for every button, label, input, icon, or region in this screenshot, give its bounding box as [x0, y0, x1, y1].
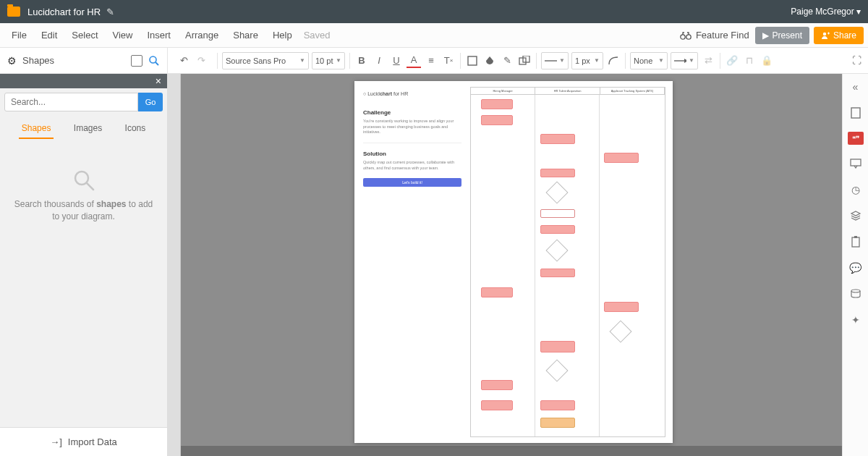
menu-bar: File Edit Select View Insert Arrange Sha… — [0, 23, 868, 48]
search-go-button[interactable]: Go — [138, 93, 163, 111]
flow-box[interactable] — [540, 169, 575, 177]
bold-icon[interactable]: B — [354, 54, 369, 68]
magnet-icon[interactable]: ⊓ — [742, 54, 757, 68]
menu-insert[interactable]: Insert — [140, 30, 178, 41]
title-bar: Lucidchart for HR ✎ Paige McGregor ▾ — [0, 0, 868, 23]
data-icon[interactable] — [848, 287, 863, 301]
text-color-icon[interactable]: A — [407, 54, 421, 68]
cta-button[interactable]: Let's build it! — [363, 178, 461, 187]
document-page[interactable]: ○ Lucidchart for HR Challenge You're con… — [354, 81, 673, 443]
import-data-button[interactable]: →] Import Data — [0, 427, 167, 456]
panel-close-button[interactable]: × — [0, 74, 167, 88]
flow-box[interactable] — [540, 418, 575, 428]
rename-icon[interactable]: ✎ — [106, 7, 114, 17]
present-icon[interactable] — [848, 156, 863, 171]
close-icon: × — [156, 75, 161, 87]
svg-rect-12 — [851, 108, 860, 118]
flow-box[interactable] — [540, 225, 575, 234]
menu-view[interactable]: View — [106, 30, 140, 41]
flow-box[interactable] — [604, 302, 639, 312]
menu-edit[interactable]: Edit — [34, 30, 64, 41]
shape-options-icon[interactable] — [517, 54, 532, 68]
tab-images[interactable]: Images — [71, 119, 105, 139]
clear-format-icon[interactable]: T× — [441, 54, 456, 68]
swap-arrows-icon[interactable]: ⇄ — [701, 54, 715, 68]
flow-box[interactable] — [481, 380, 513, 390]
menu-share[interactable]: Share — [226, 30, 265, 41]
heading-solution: Solution — [363, 151, 461, 157]
flow-box[interactable] — [481, 99, 513, 109]
flow-box[interactable] — [540, 209, 575, 218]
menu-select[interactable]: Select — [64, 30, 105, 41]
italic-icon[interactable]: I — [372, 54, 386, 68]
flow-box[interactable] — [540, 341, 575, 352]
clipboard-icon[interactable] — [848, 235, 863, 249]
folder-icon[interactable] — [7, 7, 20, 17]
tab-icons[interactable]: Icons — [122, 119, 149, 139]
swimlane-flowchart[interactable]: Hiring Manager HR Talent Acquisition App… — [470, 87, 665, 437]
flow-box[interactable] — [481, 400, 513, 410]
flow-box[interactable] — [540, 400, 575, 410]
feature-find-button[interactable]: Feature Find — [680, 30, 749, 41]
undo-icon[interactable]: ↶ — [176, 54, 191, 68]
svg-rect-15 — [854, 236, 857, 238]
font-family-select[interactable]: Source Sans Pro▼ — [222, 52, 309, 69]
collapse-dock-icon[interactable]: « — [848, 80, 863, 94]
fullscreen-icon[interactable]: ⛶ — [849, 54, 864, 68]
tab-shapes[interactable]: Shapes — [19, 119, 54, 139]
redo-icon[interactable]: ↷ — [194, 54, 208, 68]
magnifier-icon — [72, 168, 96, 193]
arrow-end-select[interactable]: ▼ — [671, 52, 698, 69]
svg-rect-14 — [852, 237, 859, 247]
svg-line-4 — [156, 62, 158, 65]
flow-box[interactable] — [481, 115, 513, 125]
shape-search-input[interactable] — [4, 93, 138, 111]
fill-color-icon[interactable] — [482, 54, 497, 68]
line-type-icon[interactable] — [606, 54, 621, 68]
canvas-wrap: ○ Lucidchart for HR Challenge You're con… — [168, 74, 842, 456]
share-button[interactable]: Share — [814, 27, 864, 44]
text-challenge: You're constantly working to improve and… — [363, 119, 461, 135]
align-icon[interactable]: ≡ — [424, 54, 438, 68]
flow-box[interactable] — [481, 287, 513, 297]
line-style-select[interactable]: ▼ — [541, 52, 569, 69]
binoculars-icon — [680, 31, 692, 40]
svg-point-3 — [150, 56, 156, 63]
flow-box[interactable] — [540, 134, 575, 144]
menu-help[interactable]: Help — [265, 30, 299, 41]
svg-point-16 — [851, 290, 860, 292]
fill-shape-icon[interactable] — [465, 54, 480, 68]
right-dock: « ❝❞ ◷ 💬 ✦ — [842, 74, 868, 456]
search-shape-icon[interactable] — [148, 55, 160, 67]
canvas[interactable]: ○ Lucidchart for HR Challenge You're con… — [181, 74, 842, 456]
chat-icon[interactable]: 💬 — [848, 261, 863, 275]
menu-file[interactable]: File — [4, 30, 34, 41]
image-shape-icon[interactable] — [131, 55, 142, 67]
flow-box[interactable] — [604, 153, 639, 163]
svg-point-0 — [681, 34, 685, 38]
line-width-select[interactable]: 1 px▼ — [571, 52, 603, 69]
shapes-label: Shapes — [22, 55, 125, 66]
comment-icon[interactable]: ❝❞ — [848, 132, 864, 145]
gear-icon[interactable]: ⚙ — [7, 55, 17, 67]
panel-tabs: Shapes Images Icons — [0, 116, 167, 139]
present-button[interactable]: ▶ Present — [755, 27, 809, 44]
flow-box[interactable] — [540, 269, 575, 277]
svg-rect-13 — [851, 159, 861, 166]
link-icon[interactable]: 🔗 — [725, 54, 739, 68]
play-icon: ▶ — [762, 30, 769, 41]
menu-arrange[interactable]: Arrange — [178, 30, 226, 41]
sparkle-icon[interactable]: ✦ — [848, 313, 863, 327]
arrow-start-select[interactable]: None▼ — [630, 52, 668, 69]
layers-icon[interactable] — [848, 208, 863, 223]
history-icon[interactable]: ◷ — [848, 182, 863, 197]
border-color-icon[interactable]: ✎ — [500, 54, 514, 68]
text-solution: Quickly map out current processes, colla… — [363, 160, 461, 171]
page-icon[interactable] — [848, 106, 863, 120]
lock-icon[interactable]: 🔒 — [760, 54, 774, 68]
document-title[interactable]: Lucidchart for HR — [27, 7, 101, 17]
font-size-select[interactable]: 10 pt▼ — [312, 52, 345, 69]
user-menu[interactable]: Paige McGregor ▾ — [791, 7, 861, 17]
svg-line-11 — [87, 183, 93, 190]
underline-icon[interactable]: U — [389, 54, 404, 68]
